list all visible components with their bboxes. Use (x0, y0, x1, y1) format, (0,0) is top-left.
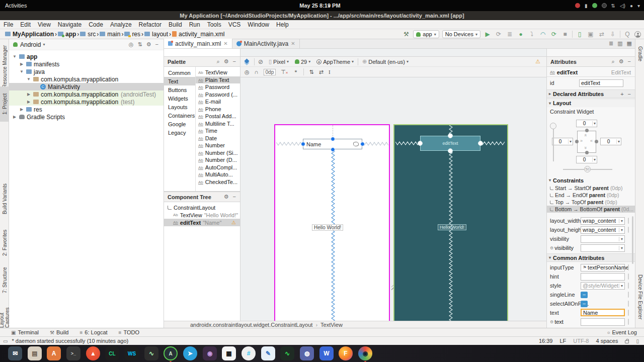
profiler-icon[interactable]: ◠ (539, 31, 547, 38)
dock-system-monitor[interactable]: ∿ (280, 346, 294, 360)
anchor-top[interactable] (331, 137, 335, 141)
heap-icon[interactable]: ▯ (636, 338, 639, 344)
palette-item-number-decimal[interactable]: AbNumber (D... (196, 156, 240, 163)
menu-vcs[interactable]: VCS (225, 21, 245, 28)
tools-visibility-combo[interactable]: ▾ (581, 244, 625, 252)
add-attribute-icon[interactable]: + (620, 91, 623, 97)
hide-icon[interactable]: − (233, 58, 236, 65)
palette-item-time[interactable]: AbTime (196, 127, 240, 134)
orientation-icon[interactable]: ⊘ (257, 58, 265, 65)
tree-item-mainactivity[interactable]: C MainActivity (9, 83, 164, 90)
palette-item-multiline[interactable]: AbMultiline T... (196, 120, 240, 127)
tab-mainactivity-java[interactable]: MainActivity.java✕ (232, 39, 300, 48)
device-selector[interactable]: No Devices▾ (442, 30, 480, 38)
dock-wave-monitor[interactable]: ∿ (144, 346, 158, 360)
margin-start-combo[interactable]: 0▾ (552, 138, 573, 145)
activities-button[interactable]: Activities (5, 3, 27, 9)
hide-icon[interactable]: − (628, 58, 631, 65)
tree-item-gradle-scripts[interactable]: ▶ Gradle Scripts (9, 113, 164, 121)
close-tab-icon[interactable]: ✕ (223, 41, 227, 46)
tool-logcat[interactable]: ≡6: Logcat (79, 329, 107, 335)
tool-todo[interactable]: ≡TODO (119, 329, 139, 335)
singleline-toggle[interactable]: – (581, 292, 588, 298)
apply-code-changes-icon[interactable]: ≣ (506, 31, 514, 38)
search-icon[interactable]: ⌕ (612, 58, 615, 65)
tree-item-java[interactable]: ▼ java (9, 68, 164, 75)
dock-ubuntu-software[interactable]: A (47, 346, 61, 360)
autoconnect-off-icon[interactable]: ∩ (255, 69, 259, 75)
margin-end-combo[interactable]: 0▾ (600, 138, 621, 145)
top-constraint-dot[interactable] (585, 129, 589, 132)
design-surface-mode-icon[interactable] (244, 58, 249, 63)
gear-icon[interactable]: ⚙ (224, 58, 229, 65)
palette-cat-text[interactable]: Text (164, 77, 195, 85)
palette-item-multiautocomplete[interactable]: AbMultiAuto... (196, 171, 240, 178)
readonly-lock-icon[interactable] (625, 340, 629, 343)
search-everywhere-icon[interactable]: Q (623, 31, 631, 38)
window-icon[interactable]: ▭ (3, 338, 8, 344)
line-separator[interactable]: LF (559, 338, 566, 344)
breadcrumb-res[interactable]: res (123, 31, 141, 38)
end-constraint-dot[interactable] (595, 140, 598, 143)
anchor-bottom[interactable] (448, 148, 453, 153)
dock-files[interactable]: ▤ (28, 346, 42, 360)
hide-panel-icon[interactable]: − (155, 41, 158, 48)
pack-icon[interactable]: ⇅ (309, 69, 313, 75)
ct-item-textview[interactable]: Ab TextView "Hello World!" (164, 211, 240, 219)
device-dropdown[interactable]: ▯Pixel▾ (267, 58, 291, 65)
tool-structure[interactable]: 7: Structure (0, 263, 9, 297)
palette-cat-buttons[interactable]: Buttons (164, 85, 195, 94)
logcat-window-icon[interactable]: ▣ (587, 31, 595, 38)
default-margins-button[interactable]: 0dp (264, 69, 276, 75)
editor-split-icon[interactable]: ▥ (617, 40, 622, 47)
attach-debugger-icon[interactable]: ⤵ (528, 31, 536, 38)
menu-help[interactable]: Help (273, 21, 292, 28)
menu-build[interactable]: Build (165, 21, 186, 28)
layout-section[interactable]: ▾Layout (547, 99, 635, 107)
horizontal-bias-knob[interactable]: 50 (584, 166, 591, 172)
ct-item-edittext[interactable]: Ab editText "Name" ⚠ (164, 219, 240, 226)
remove-attribute-icon[interactable]: − (628, 91, 631, 97)
editor-list-icon[interactable]: ≣ (609, 40, 613, 47)
breadcrumb-textview[interactable]: TextView (320, 322, 343, 328)
selectallonfocus-toggle[interactable]: – (581, 301, 588, 307)
breadcrumb-file[interactable]: activity_main.xml (171, 31, 225, 38)
palette-item-phone[interactable]: AbPhone (196, 106, 240, 113)
locate-file-icon[interactable]: ◎ (129, 41, 134, 48)
tool-device-file-explorer[interactable]: Device File Explorer (635, 269, 644, 325)
anchor-bottom[interactable] (331, 147, 335, 152)
build-hammer-icon[interactable]: ⚒ (402, 31, 410, 38)
design-view-phone[interactable]: Name Hello World! (274, 124, 390, 330)
rerun-icon[interactable]: ⟳ (550, 31, 558, 38)
menu-analyze[interactable]: Analyze (107, 21, 135, 28)
menu-tools[interactable]: Tools (204, 21, 225, 28)
system-tray[interactable]: ▮ ⇅ ◁) ● ▾ (575, 0, 640, 11)
profile-avatar[interactable] (634, 31, 641, 38)
api-dropdown[interactable]: 29▾ (293, 59, 312, 65)
start-constraint-dot[interactable] (575, 140, 579, 143)
palette-cat-legacy[interactable]: Legacy (164, 128, 195, 137)
tree-item-package-androidtest[interactable]: ▶ com.kompulsa.myapplication(androidTest… (9, 90, 164, 98)
menu-window[interactable]: Window (244, 21, 273, 28)
bottom-constraint-dot[interactable] (585, 151, 589, 154)
palette-cat-containers[interactable]: Containers (164, 111, 195, 120)
tool-gradle[interactable]: Gradle (635, 43, 644, 65)
anchor-right[interactable] (478, 141, 483, 146)
breadcrumb-constraintlayout[interactable]: androidx.constraintlayout.widget.Constra… (190, 322, 312, 328)
locale-dropdown[interactable]: ⊕Default (en-us)▾ (360, 58, 411, 65)
tree-item-app[interactable]: ▼ app (9, 53, 164, 60)
ct-item-constraintlayout[interactable]: ConstraintLayout (164, 204, 240, 211)
power-menu-icon[interactable]: ▾ (637, 3, 640, 9)
hide-icon[interactable]: − (233, 194, 236, 200)
theme-dropdown[interactable]: AAppTheme▾ (314, 59, 356, 65)
blueprint-view-phone[interactable]: editText Hello World! (393, 124, 508, 330)
palette-item-password-numeric[interactable]: AbPassword (... (196, 91, 240, 98)
gear-icon[interactable]: ⚙ (619, 58, 624, 65)
device-manager-icon[interactable]: ▯ (576, 31, 584, 38)
tool-favorites[interactable]: 2: Favorites (0, 225, 9, 260)
margin-top-combo[interactable]: 0▾ (576, 120, 597, 127)
declared-attributes-section[interactable]: ▸Declared Attributes + − (547, 89, 635, 98)
menu-navigate[interactable]: Navigate (54, 21, 85, 28)
tool-layout-captures[interactable]: Layout Captures (0, 298, 9, 328)
menu-code[interactable]: Code (85, 21, 107, 28)
